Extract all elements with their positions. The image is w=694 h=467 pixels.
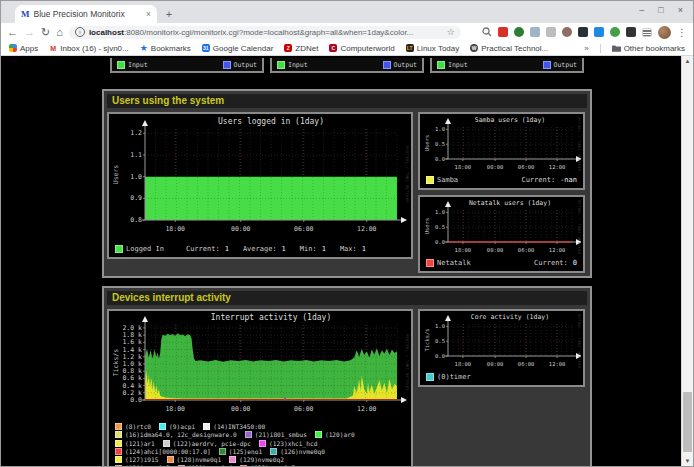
legend-entry: (14)INT3450:00 xyxy=(203,423,265,430)
reload-icon[interactable]: ↻ xyxy=(41,27,50,38)
bookmark-zdnet[interactable]: Z ZDNet xyxy=(284,44,318,53)
legend-entry: (126)nvme0q0 xyxy=(270,448,325,455)
scroll-up-arrow-icon[interactable]: ▲ xyxy=(682,56,693,66)
maximize-button[interactable]: □ xyxy=(658,5,663,15)
bookmarks-bar: Apps M Inbox (16) - sjvn0... ★ Bookmarks… xyxy=(1,41,693,56)
svg-text:0.0: 0.0 xyxy=(435,239,445,245)
shield-extension-icon[interactable] xyxy=(562,27,572,37)
copy-pages-extension-icon[interactable] xyxy=(530,27,540,37)
svg-text:12:00: 12:00 xyxy=(549,247,566,253)
bookmark-star-icon[interactable]: ☆ xyxy=(447,27,455,37)
close-button[interactable]: × xyxy=(678,5,683,15)
computerworld-icon: C xyxy=(329,44,337,52)
browser-window: M Blue Precision Monitorix × + – □ × ← →… xyxy=(0,0,694,467)
partial-graph-panel[interactable]: Input Output xyxy=(110,58,264,73)
chat-extension-icon[interactable] xyxy=(594,27,604,37)
legend-color-swatch xyxy=(115,456,122,463)
legend-color-swatch xyxy=(167,456,174,463)
forward-icon[interactable]: → xyxy=(24,27,35,38)
svg-text:06:00: 06:00 xyxy=(518,164,535,170)
svg-text:18:00: 18:00 xyxy=(165,405,185,413)
core-activity-panel[interactable]: 0.00.51.018:0000:0006:0012:00Core activi… xyxy=(418,309,585,387)
scrollbar-thumb[interactable] xyxy=(683,392,692,452)
core-activity-chart[interactable]: 0.00.51.018:0000:0006:0012:00Core activi… xyxy=(422,313,581,368)
bookmark-computerworld[interactable]: C Computerworld xyxy=(329,44,394,53)
svg-text:Users: Users xyxy=(424,218,430,235)
graph-stat: Average:1 xyxy=(243,245,286,253)
page-scrollbar[interactable]: ▲ ▼ xyxy=(681,56,693,466)
netatalk-users-panel[interactable]: 0.00.51.018:0000:0006:0012:00Netatalk us… xyxy=(418,195,585,273)
other-bookmarks-button[interactable]: Other bookmarks xyxy=(612,44,685,53)
search-extension-icon[interactable] xyxy=(482,27,492,37)
legend-color-swatch xyxy=(426,259,434,267)
svg-text:0.4 k: 0.4 k xyxy=(122,382,142,390)
users-logged-in-panel[interactable]: 0.80.91.01.11.218:0000:0006:0012:00Users… xyxy=(107,112,413,259)
legend-entry: (0)timer xyxy=(426,373,471,381)
profile-avatar[interactable] xyxy=(658,26,671,39)
calendar-icon: 31 xyxy=(202,44,210,52)
bookmark-bookmarks[interactable]: ★ Bookmarks xyxy=(140,43,191,53)
legend-entry: (123)xhci_hcd xyxy=(259,440,317,447)
bookmark-practical-technology[interactable]: W Practical Technol... xyxy=(470,44,548,53)
partial-graph-panel[interactable]: Input Output xyxy=(430,58,584,73)
legend-color-swatch xyxy=(203,423,210,430)
svg-text:12:00: 12:00 xyxy=(549,164,566,170)
legend-color-swatch xyxy=(229,456,236,463)
browser-toolbar: ← → ↻ ⌂ i localhost:8080/monitorix-cgi/m… xyxy=(1,23,693,41)
green-ball-extension-icon[interactable] xyxy=(514,27,524,37)
legend-entry: (9)acpi xyxy=(159,423,195,430)
svg-text:0.8: 0.8 xyxy=(130,216,142,224)
gmail-icon: M xyxy=(49,44,57,52)
document-extension-icon[interactable] xyxy=(546,27,556,37)
pin-extension-icon[interactable] xyxy=(626,27,636,37)
svg-text:0.9: 0.9 xyxy=(130,194,142,202)
legend-entry: (125)eno1 xyxy=(219,448,263,455)
address-bar[interactable]: i localhost:8080/monitorix-cgi/monitorix… xyxy=(69,26,461,39)
bookmark-inbox[interactable]: M Inbox (16) - sjvn0... xyxy=(49,44,128,53)
home-icon[interactable]: ⌂ xyxy=(56,27,63,38)
back-icon[interactable]: ← xyxy=(7,27,18,38)
svg-text:00:00: 00:00 xyxy=(487,247,504,253)
svg-text:RRDTOOL / TOBI OETIKER: RRDTOOL / TOBI OETIKER xyxy=(405,334,409,392)
minimize-button[interactable]: – xyxy=(639,5,644,15)
monitorix-favicon: M xyxy=(21,9,30,19)
svg-text:0.5: 0.5 xyxy=(435,141,445,147)
svg-text:12:00: 12:00 xyxy=(549,361,566,367)
bookmark-apps[interactable]: Apps xyxy=(9,44,38,53)
green-circle-extension-icon[interactable] xyxy=(610,27,620,37)
new-tab-button[interactable]: + xyxy=(161,6,177,22)
svg-text:0.6 k: 0.6 k xyxy=(122,374,142,382)
interrupt-activity-chart[interactable]: 0.00.2 k0.4 k0.6 k0.8 k1.0 k1.2 k1.4 k1.… xyxy=(111,313,409,417)
svg-text:06:00: 06:00 xyxy=(518,247,535,253)
samba-users-chart[interactable]: 0.00.51.018:0000:0006:0012:00Samba users… xyxy=(422,116,581,171)
zdnet-icon: Z xyxy=(284,44,292,52)
mail-extension-icon[interactable] xyxy=(498,27,508,37)
dark-square-extension-icon[interactable] xyxy=(578,27,588,37)
page-info-icon[interactable]: i xyxy=(75,27,85,37)
partial-graph-panel[interactable]: Input Output xyxy=(270,58,424,73)
svg-text:Users: Users xyxy=(424,135,430,152)
tab-close-icon[interactable]: × xyxy=(146,9,151,19)
legend-entry: (127)i915 xyxy=(115,456,159,463)
scroll-down-arrow-icon[interactable]: ▼ xyxy=(682,456,693,466)
svg-text:Interrupt activity (1day): Interrupt activity (1day) xyxy=(211,313,331,322)
svg-text:06:00: 06:00 xyxy=(518,361,535,367)
browser-tab[interactable]: M Blue Precision Monitorix × xyxy=(15,5,157,23)
url-text[interactable]: localhost:8080/monitorix-cgi/monitorix.c… xyxy=(89,28,413,37)
netatalk-users-chart[interactable]: 0.00.51.018:0000:0006:0012:00Netatalk us… xyxy=(422,199,581,254)
input-legend-label: Input xyxy=(448,61,468,69)
playlist-extension-icon[interactable] xyxy=(642,28,652,37)
bookmark-google-calendar[interactable]: 31 Google Calendar xyxy=(202,44,273,53)
graph-stat: Current:0 xyxy=(534,259,577,267)
output-legend-swatch xyxy=(223,61,231,69)
users-logged-in-chart[interactable]: 0.80.91.01.11.218:0000:0006:0012:00Users… xyxy=(111,116,409,240)
bookmark-linux-today[interactable]: LT Linux Today xyxy=(406,44,460,53)
legend-color-swatch xyxy=(178,465,185,466)
svg-text:0.8 k: 0.8 k xyxy=(122,367,142,375)
legend-color-swatch xyxy=(240,465,247,466)
samba-users-panel[interactable]: 0.00.51.018:0000:0006:0012:00Samba users… xyxy=(418,112,585,190)
bookmarks-overflow-chevron[interactable]: » xyxy=(584,44,588,53)
browser-menu-icon[interactable]: ⋮ xyxy=(677,27,687,38)
svg-text:00:00: 00:00 xyxy=(231,405,251,413)
interrupt-activity-panel[interactable]: 0.00.2 k0.4 k0.6 k0.8 k1.0 k1.2 k1.4 k1.… xyxy=(107,309,413,466)
